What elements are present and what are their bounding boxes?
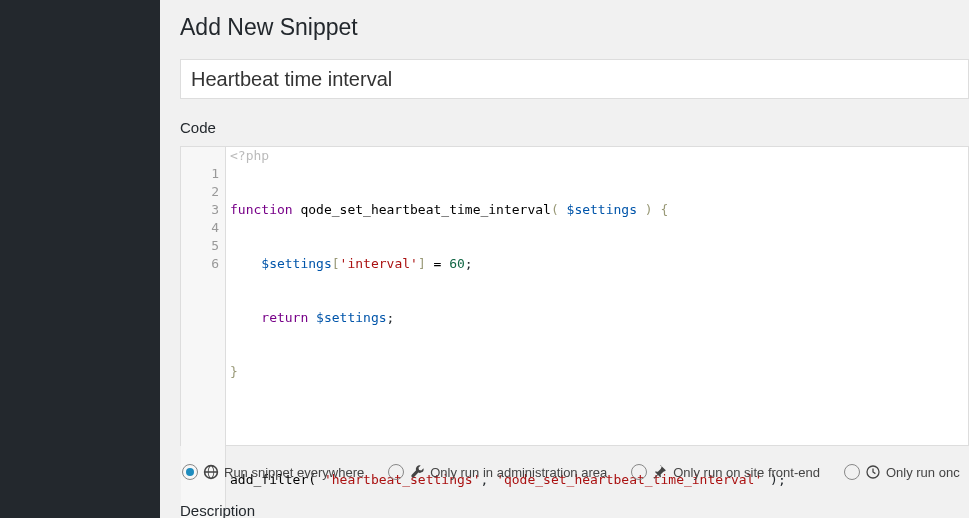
clock-icon (865, 464, 881, 480)
pin-icon (652, 464, 668, 480)
admin-sidebar (0, 0, 160, 518)
radio-icon (182, 464, 198, 480)
wrench-icon (409, 464, 425, 480)
option-label: Run snippet everywhere (224, 465, 364, 480)
php-open-tag: <?php (226, 147, 269, 165)
run-everywhere-option[interactable]: Run snippet everywhere (182, 464, 364, 480)
radio-icon (388, 464, 404, 480)
page-title: Add New Snippet (180, 14, 969, 41)
run-frontend-option[interactable]: Only run on site front-end (631, 464, 820, 480)
radio-icon (631, 464, 647, 480)
option-label: Only run onc (886, 465, 960, 480)
run-once-option[interactable]: Only run onc (844, 464, 960, 480)
code-section-label: Code (180, 119, 969, 136)
option-label: Only run in administration area (430, 465, 607, 480)
radio-icon (844, 464, 860, 480)
main-content: Add New Snippet Code <?php 1 2 3 4 5 6 f… (160, 0, 969, 518)
globe-icon (203, 464, 219, 480)
run-admin-option[interactable]: Only run in administration area (388, 464, 607, 480)
code-editor[interactable]: <?php 1 2 3 4 5 6 function qode_set_hear… (180, 146, 969, 446)
option-label: Only run on site front-end (673, 465, 820, 480)
snippet-title-input[interactable] (180, 59, 969, 99)
run-scope-options: Run snippet everywhere Only run in admin… (180, 464, 969, 480)
